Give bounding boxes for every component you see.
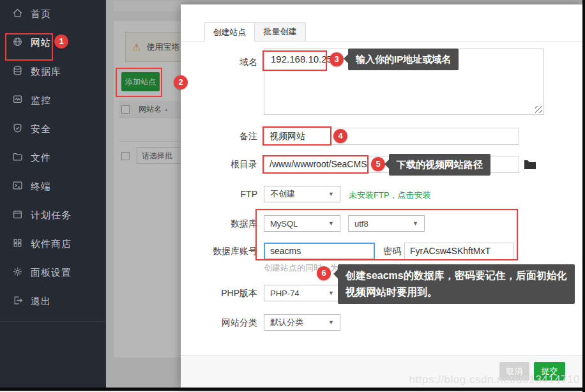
tooltip-arrow-icon bbox=[333, 269, 338, 278]
note-label: 备注 bbox=[194, 131, 257, 142]
sidebar-item-database[interactable]: 数据库 bbox=[0, 57, 106, 86]
tooltip-arrow-icon bbox=[384, 160, 389, 169]
category-select[interactable]: 默认分类 ▼ bbox=[264, 314, 340, 331]
step-badge-3: 3 bbox=[330, 52, 344, 66]
database-type-select[interactable]: MySQL ▼ bbox=[264, 215, 340, 232]
ftp-install-link[interactable]: 未安装FTP，点击安装 bbox=[349, 190, 431, 201]
logout-icon bbox=[12, 295, 23, 308]
resize-handle-icon[interactable] bbox=[535, 106, 542, 113]
chevron-down-icon: ▼ bbox=[413, 220, 418, 227]
ftp-select[interactable]: 不创建 ▼ bbox=[264, 186, 340, 202]
chevron-down-icon: ▼ bbox=[328, 319, 334, 326]
sidebar-item-label: 监控 bbox=[31, 94, 51, 107]
step-badge-4: 4 bbox=[333, 129, 347, 143]
app-grid-icon bbox=[12, 237, 23, 251]
step-badge-6: 6 bbox=[317, 266, 331, 280]
sidebar-item-label: 首页 bbox=[31, 8, 51, 20]
terminal-icon bbox=[12, 180, 23, 193]
database-icon bbox=[12, 65, 23, 79]
tab-batch-create[interactable]: 批量创建 bbox=[254, 22, 306, 41]
sidebar-item-terminal[interactable]: 终端 bbox=[0, 172, 106, 201]
db-password-input[interactable]: FyrACsw4SKhftMxT bbox=[404, 243, 514, 260]
folder-icon bbox=[12, 151, 23, 165]
php-version-label: PHP版本 bbox=[194, 288, 257, 299]
sidebar-item-label: 数据库 bbox=[31, 66, 61, 78]
ftp-label: FTP bbox=[194, 189, 257, 199]
sidebar-item-home[interactable]: 首页 bbox=[0, 0, 106, 29]
sidebar-item-label: 文件 bbox=[31, 152, 51, 164]
sidebar-item-label: 终端 bbox=[31, 181, 51, 193]
monitor-icon bbox=[12, 94, 23, 107]
browse-folder-icon[interactable] bbox=[523, 158, 537, 171]
chevron-down-icon: ▼ bbox=[328, 290, 334, 296]
charset-select[interactable]: utf8 ▼ bbox=[348, 215, 425, 232]
sidebar-item-cron[interactable]: 计划任务 bbox=[0, 201, 106, 230]
category-label: 网站分类 bbox=[194, 317, 257, 329]
database-label: 数据库 bbox=[194, 218, 257, 230]
calendar-icon bbox=[12, 209, 23, 222]
step-badge-2: 2 bbox=[174, 75, 188, 89]
chevron-down-icon: ▼ bbox=[328, 191, 334, 197]
tooltip-arrow-icon bbox=[344, 54, 348, 63]
sidebar-item-security[interactable]: 安全 bbox=[0, 115, 106, 144]
sidebar-item-monitor[interactable]: 监控 bbox=[0, 86, 106, 115]
watermark-text: https://blog.csdn.net/u013414710 bbox=[409, 373, 580, 386]
step-badge-1: 1 bbox=[54, 34, 68, 49]
sidebar-divider bbox=[0, 321, 106, 322]
sidebar-item-logout[interactable]: 退出 bbox=[0, 287, 106, 316]
screenshot-border bbox=[582, 0, 585, 392]
tab-create-site[interactable]: 创建站点 bbox=[204, 22, 255, 41]
sidebar-item-files[interactable]: 文件 bbox=[0, 144, 106, 172]
tooltip-domain: 输入你的IP地址或域名 bbox=[348, 49, 459, 70]
screenshot-border bbox=[0, 388, 585, 391]
sidebar-item-label: 计划任务 bbox=[31, 209, 72, 222]
db-account-label: 数据库账号 bbox=[194, 246, 257, 257]
php-version-select[interactable]: PHP-74 ▼ bbox=[264, 285, 340, 301]
domain-value: 192.168.10.25 bbox=[271, 54, 332, 64]
sidebar-item-settings[interactable]: 面板设置 bbox=[0, 259, 106, 287]
globe-icon bbox=[12, 36, 23, 50]
db-username-input[interactable]: seacms bbox=[264, 243, 375, 260]
sidebar-item-label: 安全 bbox=[31, 123, 51, 135]
step-badge-5: 5 bbox=[371, 157, 385, 171]
sidebar: 首页 网站 数据库 监控 安全 文件 终端 计划任务 软件商店 面板设置 退出 bbox=[0, 0, 106, 388]
sidebar-item-label: 网站 bbox=[31, 37, 51, 49]
gear-icon bbox=[12, 266, 23, 280]
shield-icon bbox=[12, 123, 23, 136]
sidebar-item-label: 软件商店 bbox=[31, 238, 72, 250]
sidebar-item-label: 退出 bbox=[31, 296, 51, 308]
root-label: 根目录 bbox=[194, 159, 257, 170]
tooltip-database: 创建seacms的数据库，密码要记住，后面初始化 视频网站时要用到。 bbox=[338, 264, 575, 304]
home-icon bbox=[12, 8, 23, 21]
chevron-down-icon: ▼ bbox=[328, 220, 334, 227]
domain-label: 域名 bbox=[194, 57, 257, 68]
sidebar-item-website[interactable]: 网站 bbox=[0, 29, 106, 57]
note-input[interactable]: 视频网站 bbox=[264, 128, 519, 145]
sidebar-item-label: 面板设置 bbox=[31, 267, 72, 279]
sidebar-item-appstore[interactable]: 软件商店 bbox=[0, 230, 106, 259]
tooltip-root: 下载的视频网站路径 bbox=[389, 154, 490, 176]
password-label: 密码 bbox=[376, 246, 401, 257]
